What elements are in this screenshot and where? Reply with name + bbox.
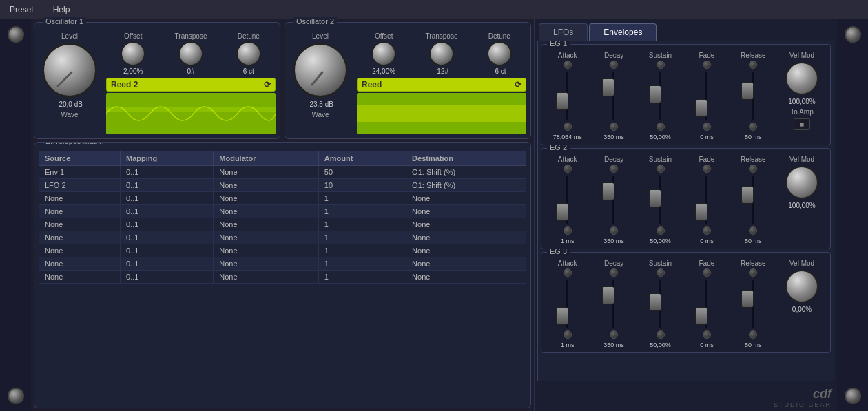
osc2-wave-icon: ⟳ <box>515 80 521 89</box>
eg1-fade-top-knob[interactable] <box>703 61 711 69</box>
eg2-fade-slider[interactable] <box>695 203 707 221</box>
osc2-offset-knob[interactable] <box>371 41 396 66</box>
osc2-detune-knob[interactable] <box>487 41 512 66</box>
eg1-decay-top-knob[interactable] <box>610 61 618 69</box>
eg3-release-top-knob[interactable] <box>749 268 757 277</box>
eg1-sustain-param: Sustain 50,00% <box>639 52 682 140</box>
osc2-wave-display[interactable] <box>357 93 526 134</box>
table-row[interactable]: Env 10..1None50O1: Shift (%) <box>39 166 526 179</box>
tab-lfos[interactable]: LFOs <box>539 23 588 41</box>
eg3-sustain-slider[interactable] <box>649 293 661 311</box>
eg3-fade-slider[interactable] <box>695 307 707 325</box>
eg1-release-slider[interactable] <box>741 82 754 100</box>
eg3-fade-bottom-knob[interactable] <box>703 330 711 339</box>
eg1-attack-top-knob[interactable] <box>564 61 572 69</box>
eg3-attack-top-knob[interactable] <box>564 268 572 277</box>
eg3-sustain-label: Sustain <box>649 260 672 267</box>
osc2-transpose-knob[interactable] <box>429 41 454 66</box>
eg1-sustain-bottom-knob[interactable] <box>657 123 665 131</box>
eg3-velmod-value: 0,00% <box>792 306 812 313</box>
eg2-attack-bottom-knob[interactable] <box>564 226 572 235</box>
eg2-sustain-top-knob[interactable] <box>657 165 665 173</box>
table-row[interactable]: None0..1None1None <box>39 271 526 284</box>
eg2-decay-bottom-knob[interactable] <box>610 226 618 235</box>
cell-destination: O1: Shift (%) <box>406 166 526 179</box>
eg3-decay-top-knob[interactable] <box>610 268 618 277</box>
osc1-wave-name-bar[interactable]: Reed 2 ⟳ <box>106 78 276 92</box>
eg1-release-top-knob[interactable] <box>749 61 757 69</box>
eg2-fade-top-knob[interactable] <box>703 165 711 173</box>
osc1-detune-knob[interactable] <box>236 41 261 66</box>
cell-source: None <box>39 271 121 284</box>
eg1-release-bottom-knob[interactable] <box>749 123 757 131</box>
table-row[interactable]: None0..1None1None <box>39 257 526 271</box>
osc1-transpose-label: Transpose <box>175 32 207 40</box>
eg2-velmod-section: Vel Mod 100,00% <box>778 156 826 209</box>
eg1-sustain-slider[interactable] <box>649 85 661 103</box>
eg3-sustain-bottom-knob[interactable] <box>657 330 665 339</box>
eg1-decay-slider[interactable] <box>602 78 614 96</box>
table-row[interactable]: None0..1None1None <box>39 218 526 231</box>
eg1-fade-label: Fade <box>699 52 715 59</box>
eg1-sustain-label: Sustain <box>649 52 672 59</box>
eg3-release-bottom-knob[interactable] <box>749 330 757 339</box>
osc2-wave-name-bar[interactable]: Reed ⟳ <box>357 78 526 92</box>
table-row[interactable]: None0..1None1None <box>39 205 526 218</box>
eg1-decay-bottom-knob[interactable] <box>610 123 618 131</box>
eg2-decay-param: Decay 350 ms <box>592 156 635 244</box>
eg3-attack-slider[interactable] <box>556 307 568 325</box>
eg3-decay-bottom-knob[interactable] <box>610 330 618 339</box>
svg-rect-1 <box>106 93 276 134</box>
eg2-release-slider[interactable] <box>741 186 754 204</box>
eg2-attack-top-knob[interactable] <box>564 165 572 173</box>
eg2-sustain-slider[interactable] <box>649 189 661 207</box>
eg1-release-param: Release 50 ms <box>732 52 775 140</box>
osc1-transpose-knob[interactable] <box>178 41 203 66</box>
eg2-release-top-knob[interactable] <box>749 165 757 173</box>
eg2-fade-bottom-knob[interactable] <box>703 226 711 235</box>
osc1-offset-knob[interactable] <box>121 41 145 66</box>
eg1-sustain-top-knob[interactable] <box>657 61 665 69</box>
osc2-level-knob[interactable] <box>293 43 348 98</box>
eg2-decay-top-knob[interactable] <box>610 165 618 173</box>
eg1-toamp-btn[interactable]: ■ <box>794 118 810 130</box>
eg2-sustain-bottom-knob[interactable] <box>657 226 665 235</box>
tabs-row: LFOs Envelopes <box>535 19 837 41</box>
eg3-decay-slider[interactable] <box>602 286 614 304</box>
table-row[interactable]: None0..1None1None <box>39 244 526 257</box>
eg2-sustain-param: Sustain 50,00% <box>639 156 682 244</box>
eg2-attack-slider[interactable] <box>556 203 568 221</box>
eg1-attack-bottom-knob[interactable] <box>564 123 572 131</box>
eg3-release-label: Release <box>741 260 766 267</box>
eg3-sustain-top-knob[interactable] <box>657 268 665 277</box>
eg2-velmod-label: Vel Mod <box>789 156 814 163</box>
eg2-release-bottom-knob[interactable] <box>749 226 757 235</box>
eg1-fade-slider[interactable] <box>695 99 707 117</box>
table-row[interactable]: LFO 20..1None10O1: Shift (%) <box>39 179 526 192</box>
menu-help[interactable]: Help <box>49 3 74 16</box>
cell-source: None <box>39 192 121 205</box>
eg1-velmod-knob[interactable] <box>785 62 818 95</box>
osc1-wave-display[interactable] <box>106 93 276 134</box>
eg3-fade-top-knob[interactable] <box>703 268 711 277</box>
eg3-velmod-knob[interactable] <box>785 270 818 303</box>
eg2-decay-slider[interactable] <box>602 182 614 200</box>
cell-mapping: 0..1 <box>121 192 214 205</box>
osc2-offset-value: 24,00% <box>372 67 395 75</box>
eg2-velmod-knob[interactable] <box>785 166 818 199</box>
osc1-detune-label: Detune <box>238 32 260 40</box>
eg2-panel: EG 2 Attack 1 ms Decay <box>541 148 831 249</box>
eg3-attack-label: Attack <box>558 260 577 267</box>
col-amount: Amount <box>318 151 406 166</box>
eg3-fade-param: Fade 0 ms <box>685 260 728 348</box>
table-row[interactable]: None0..1None1None <box>39 192 526 205</box>
eg3-decay-label: Decay <box>604 260 623 267</box>
table-row[interactable]: None0..1None1None <box>39 231 526 244</box>
menu-preset[interactable]: Preset <box>6 3 38 16</box>
eg1-attack-slider[interactable] <box>556 92 568 110</box>
osc1-level-knob[interactable] <box>42 43 97 98</box>
eg3-release-slider[interactable] <box>741 290 754 308</box>
tab-envelopes[interactable]: Envelopes <box>589 23 657 41</box>
eg3-attack-bottom-knob[interactable] <box>564 330 572 339</box>
eg1-fade-bottom-knob[interactable] <box>703 123 711 131</box>
